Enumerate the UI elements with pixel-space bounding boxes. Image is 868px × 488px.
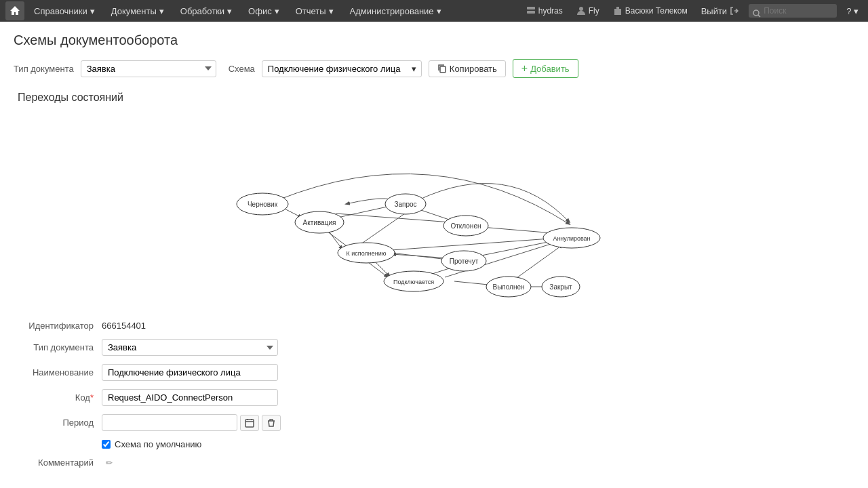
- id-row: Идентификатор 666154401: [14, 321, 854, 331]
- signout-button[interactable]: Выйти: [697, 6, 744, 16]
- period-row: Период: [14, 414, 854, 431]
- svg-line-12: [417, 209, 453, 221]
- svg-rect-1: [527, 11, 535, 14]
- help-button[interactable]: ? ▾: [842, 6, 863, 16]
- building-icon: [613, 6, 623, 16]
- period-label: Период: [14, 418, 102, 428]
- page-title: Схемы документооборота: [14, 33, 854, 48]
- svg-rect-46: [245, 420, 254, 427]
- diagram-area: Черновик Активация Запрос Отклонен К исп…: [14, 110, 854, 307]
- trash-icon: [267, 418, 276, 428]
- svg-line-16: [391, 238, 559, 250]
- code-row: Код*: [14, 389, 854, 406]
- svg-text:Протечут: Протечут: [450, 258, 479, 265]
- name-input[interactable]: [102, 364, 278, 381]
- svg-line-19: [392, 254, 450, 258]
- svg-text:Запрос: Запрос: [394, 201, 416, 208]
- main-content: Схемы документооборота Тип документа Зая…: [0, 22, 868, 488]
- svg-text:Аннулирован: Аннулирован: [553, 235, 590, 242]
- transitions-title: Переходы состояний: [14, 92, 854, 104]
- chevron-down-icon: ▾: [329, 6, 334, 16]
- svg-rect-4: [616, 7, 619, 9]
- comment-row: Комментарий ✏: [14, 458, 854, 468]
- default-schema-checkbox[interactable]: [102, 440, 111, 449]
- svg-rect-3: [614, 9, 621, 15]
- badge-hydras: hydras: [522, 6, 567, 16]
- comment-label: Комментарий: [14, 458, 102, 468]
- svg-text:Активация: Активация: [303, 219, 336, 226]
- name-label: Наименование: [14, 367, 102, 378]
- server-icon: [526, 6, 536, 16]
- chevron-down-icon: ▾: [854, 6, 859, 16]
- chevron-down-icon: ▾: [227, 6, 232, 16]
- copy-button[interactable]: Копировать: [429, 60, 506, 77]
- copy-icon: [437, 64, 447, 73]
- default-schema-label: Схема по умолчанию: [115, 439, 201, 449]
- badge-fly: Fly: [572, 6, 604, 16]
- required-star: *: [90, 392, 94, 403]
- schema-select-wrapper: Подключение физического лица ▾: [262, 60, 422, 77]
- svg-text:К исполнению: К исполнению: [347, 250, 387, 257]
- navbar: Справочники ▾ Документы ▾ Обработки ▾ Оф…: [0, 0, 868, 22]
- doc-type-label: Тип документа: [14, 64, 74, 74]
- calendar-button[interactable]: [240, 415, 259, 431]
- svg-text:Подключается: Подключается: [393, 279, 434, 285]
- default-schema-row: Схема по умолчанию: [14, 439, 854, 449]
- clear-period-button[interactable]: [262, 415, 281, 431]
- nav-ofis[interactable]: Офис ▾: [241, 0, 286, 22]
- chevron-down-icon: ▾: [275, 6, 279, 16]
- id-value: 666154401: [102, 321, 146, 331]
- doc-type-field-label: Тип документа: [14, 342, 102, 352]
- add-button[interactable]: + Добавить: [513, 59, 578, 78]
- nav-otchety[interactable]: Отчеты ▾: [289, 0, 340, 22]
- svg-line-11: [336, 214, 451, 222]
- comment-edit-icon[interactable]: ✏: [106, 458, 113, 468]
- svg-rect-0: [527, 7, 535, 9]
- svg-text:Закрыт: Закрыт: [549, 283, 572, 291]
- nav-spravochniki[interactable]: Справочники ▾: [27, 0, 102, 22]
- home-button[interactable]: [5, 1, 24, 20]
- toolbar: Тип документа Заявка Схема Подключение ф…: [14, 59, 854, 78]
- svg-rect-7: [440, 66, 446, 73]
- schema-label: Схема: [229, 64, 255, 74]
- code-label: Код*: [14, 392, 102, 403]
- nav-obrabotki[interactable]: Обработки ▾: [174, 0, 239, 22]
- search-input[interactable]: [749, 4, 837, 18]
- calendar-icon: [245, 418, 254, 428]
- period-input[interactable]: [102, 414, 237, 431]
- svg-line-23: [512, 245, 563, 281]
- nav-dokumenty[interactable]: Документы ▾: [104, 0, 171, 22]
- home-icon: [9, 5, 20, 16]
- doc-type-row: Тип документа Заявка: [14, 339, 854, 356]
- id-label: Идентификатор: [14, 321, 102, 331]
- signout-icon: [730, 6, 739, 16]
- code-input[interactable]: [102, 389, 278, 406]
- svg-text:Отклонен: Отклонен: [451, 222, 481, 230]
- svg-point-2: [579, 7, 583, 11]
- svg-text:Черновик: Черновик: [248, 201, 278, 208]
- doc-type-field-select[interactable]: Заявка: [102, 339, 278, 356]
- doc-type-select[interactable]: Заявка: [81, 60, 216, 77]
- name-row: Наименование: [14, 364, 854, 381]
- svg-line-13: [356, 214, 405, 247]
- search-container: [749, 4, 837, 18]
- svg-text:Выполнен: Выполнен: [492, 283, 524, 291]
- state-diagram: Черновик Активация Запрос Отклонен К исп…: [224, 117, 644, 300]
- user-icon: [576, 6, 586, 16]
- chevron-down-icon: ▾: [159, 6, 164, 16]
- form-section: Идентификатор 666154401 Тип документа За…: [14, 321, 854, 483]
- chevron-down-icon: ▾: [437, 6, 441, 16]
- nav-administrirovanie[interactable]: Администрирование ▾: [343, 0, 448, 22]
- plus-icon: +: [521, 62, 528, 75]
- schema-select[interactable]: Подключение физического лица: [262, 60, 422, 77]
- badge-company: Васюки Телеком: [609, 6, 692, 16]
- period-inputs: [102, 414, 281, 431]
- chevron-down-icon: ▾: [90, 6, 95, 16]
